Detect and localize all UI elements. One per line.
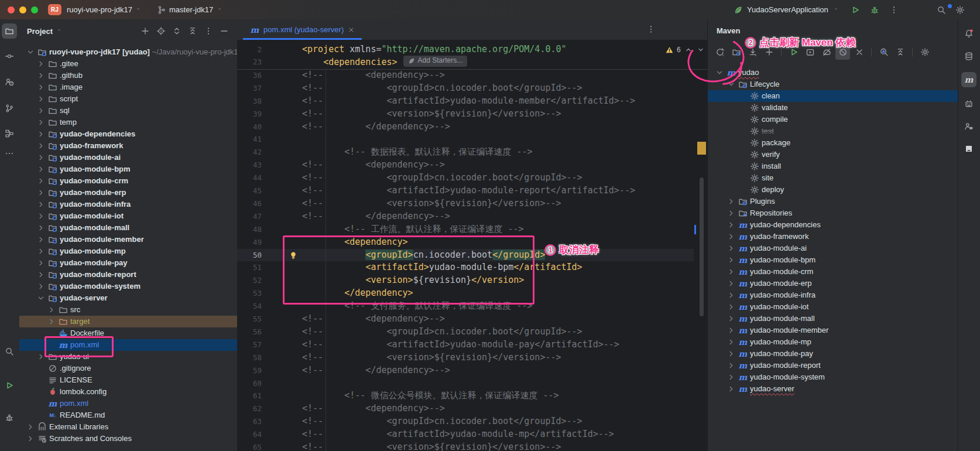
chevron-right-icon[interactable] xyxy=(727,244,736,253)
maven-tree-item-yudao-dependencies[interactable]: myudao-dependencies xyxy=(708,219,958,231)
chevron-right-icon[interactable] xyxy=(36,153,46,162)
chevron-right-icon[interactable] xyxy=(36,94,46,104)
expand-all-icon[interactable] xyxy=(172,26,181,36)
refresh-icon[interactable] xyxy=(712,45,727,60)
tool-strip-git-log[interactable] xyxy=(2,101,17,116)
project-tree-item-yudao-framework[interactable]: yudao-framework xyxy=(19,140,237,152)
project-tree-item-yudao-module-system[interactable]: yudao-module-system xyxy=(19,281,237,292)
code-line-47[interactable]: 47<!-- </dependency>--> xyxy=(237,210,694,223)
project-tree-item-yudao-module-crm[interactable]: yudao-module-crm xyxy=(19,175,237,187)
settings-gear-icon[interactable] xyxy=(955,5,965,15)
close-tab-icon[interactable] xyxy=(348,25,355,35)
code-line-55[interactable]: 55<!-- <dependency>--> xyxy=(237,313,694,326)
reload-all-icon[interactable] xyxy=(729,45,743,60)
project-tree-item-src[interactable]: src xyxy=(19,304,237,316)
code-line-65[interactable]: 65<!-- <version>${revision}</version>--> xyxy=(237,441,694,451)
chevron-right-icon[interactable] xyxy=(36,83,46,92)
chevron-right-icon[interactable] xyxy=(727,232,736,241)
chevron-right-icon[interactable] xyxy=(727,220,736,230)
analyze-dependencies-icon[interactable] xyxy=(876,45,891,60)
maven-tree-item-plugins[interactable]: Plugins xyxy=(708,196,958,207)
project-tree-item-yudao-module-pay[interactable]: yudao-module-pay xyxy=(19,257,237,269)
maven-tree-item-yudao-module-erp[interactable]: myudao-module-erp xyxy=(708,278,958,289)
chevron-down-icon[interactable] xyxy=(26,47,35,57)
chevron-right-icon[interactable] xyxy=(36,118,46,127)
maven-tree-item-install[interactable]: install xyxy=(708,160,958,172)
code-line-42[interactable]: 42 <!-- 数据报表。默认注释，保证编译速度 --> xyxy=(237,146,694,159)
code-line-39[interactable]: 39<!-- <version>${revision}</version>--> xyxy=(237,108,694,121)
code-line-44[interactable]: 44<!-- <groupId>cn.iocoder.boot</groupId… xyxy=(237,172,694,184)
code-line-40[interactable]: 40<!-- </dependency>--> xyxy=(237,121,694,134)
next-warning-icon[interactable] xyxy=(696,45,705,54)
chevron-right-icon[interactable] xyxy=(36,247,46,256)
chevron-right-icon[interactable] xyxy=(727,326,736,335)
code-line-61[interactable]: 61 <!-- 微信公众号模块。默认注释，保证编译速度 --> xyxy=(237,390,694,403)
project-panel-title[interactable]: Project xyxy=(27,27,53,36)
project-tree-item-yudao-module-bpm[interactable]: yudao-module-bpm xyxy=(19,163,237,175)
maven-tree-item-yudao-module-report[interactable]: myudao-module-report xyxy=(708,360,958,371)
project-tree-item-external-libraries[interactable]: External Libraries xyxy=(19,421,237,433)
maven-tree-item-yudao-module-pay[interactable]: myudao-module-pay xyxy=(708,348,958,360)
maven-tree-item-yudao-module-ai[interactable]: myudao-module-ai xyxy=(708,242,958,254)
project-selector[interactable]: ruoyi-vue-pro-jdk17 xyxy=(67,5,144,15)
maven-tree-item-yudao-module-bpm[interactable]: myudao-module-bpm xyxy=(708,254,958,266)
project-tree-item-temp[interactable]: temp xyxy=(19,117,237,128)
more-actions-icon[interactable] xyxy=(889,5,899,15)
chevron-down-icon[interactable] xyxy=(715,68,724,77)
maven-tree-item-test[interactable]: test xyxy=(708,125,958,137)
chevron-right-icon[interactable] xyxy=(36,211,46,221)
project-tree-item-yudao-dependencies[interactable]: yudao-dependencies xyxy=(19,128,237,140)
chevron-right-icon[interactable] xyxy=(36,282,46,291)
settings-icon[interactable] xyxy=(917,45,932,60)
maven-tree-item-yudao-framework[interactable]: myudao-framework xyxy=(708,231,958,242)
tool-strip-code-with-me[interactable] xyxy=(961,119,976,134)
maven-tree-item-repositories[interactable]: Repositories xyxy=(708,207,958,219)
project-tree-item-pom.xml[interactable]: mpom.xml xyxy=(19,398,237,409)
maven-tree-item-yudao-module-infra[interactable]: myudao-module-infra xyxy=(708,289,958,301)
debug-button[interactable] xyxy=(870,5,879,15)
maven-tree-item-site[interactable]: site xyxy=(708,172,958,184)
project-tree-item-yudao-server[interactable]: yudao-server xyxy=(19,292,237,304)
branch-selector[interactable]: master-jdk17 xyxy=(157,5,225,15)
project-tree-item-yudao-module-iot[interactable]: yudao-module-iot xyxy=(19,210,237,222)
maven-tree-item-deploy[interactable]: deploy xyxy=(708,184,958,196)
code-line-54[interactable]: 54 <!-- 支付服务。默认注释，保证编译速度 --> xyxy=(237,300,694,313)
project-tree-item-yudao-module-infra[interactable]: yudao-module-infra xyxy=(19,199,237,210)
code-line-50[interactable]: 50 <groupId>cn.iocoder.boot</groupId> xyxy=(237,249,694,262)
project-tree-item-.gitee[interactable]: .gitee xyxy=(19,58,237,70)
maven-tree-item-verify[interactable]: verify xyxy=(708,149,958,160)
editor-area[interactable]: m pom.xml (yudao-server) 2<project xmlns… xyxy=(237,19,707,451)
code-line-23[interactable]: 23 <dependencies>Add Starters... xyxy=(237,56,694,69)
project-tree-item-ruoyi-vue-pro-jdk17-yudao-[interactable]: ruoyi-vue-pro-jdk17 [yudao] ~/Java/ruoyi… xyxy=(19,46,237,58)
chevron-right-icon[interactable] xyxy=(727,255,736,265)
tool-strip-notifications[interactable] xyxy=(961,26,976,41)
chevron-down-icon[interactable] xyxy=(727,80,736,89)
chevron-right-icon[interactable] xyxy=(36,59,46,69)
code-line-59[interactable]: 59<!-- </dependency>--> xyxy=(237,364,694,377)
chevron-right-icon[interactable] xyxy=(47,317,56,326)
code-line-51[interactable]: 51 <artifactId>yudao-module-bpm</artifac… xyxy=(237,262,694,275)
chevron-right-icon[interactable] xyxy=(36,165,46,174)
chevron-right-icon[interactable] xyxy=(727,361,736,370)
maven-tree-item-yudao-module-member[interactable]: myudao-module-member xyxy=(708,324,958,336)
project-tree-item-yudao-module-report[interactable]: yudao-module-report xyxy=(19,269,237,281)
project-tree-item-.github[interactable]: .github xyxy=(19,70,237,81)
code-line-41[interactable]: 41 xyxy=(237,134,694,146)
collapse-all-icon[interactable] xyxy=(893,45,907,60)
maven-tree-item-yudao-module-system[interactable]: myudao-module-system xyxy=(708,371,958,383)
chevron-right-icon[interactable] xyxy=(727,197,736,206)
project-tree-item-license[interactable]: LICENSE xyxy=(19,374,237,386)
code-line-2[interactable]: 2<project xmlns="http://maven.apache.org… xyxy=(237,43,694,56)
chevron-right-icon[interactable] xyxy=(727,373,736,382)
code-line-64[interactable]: 64<!-- <artifactId>yudao-module-mp</arti… xyxy=(237,428,694,441)
chevron-right-icon[interactable] xyxy=(36,270,46,279)
project-tree-item-yudao-module-erp[interactable]: yudao-module-erp xyxy=(19,187,237,199)
chevron-right-icon[interactable] xyxy=(727,314,736,323)
project-tree-item-lombok.config[interactable]: lombok.config xyxy=(19,386,237,398)
project-tree-item-.gitignore[interactable]: .gitignore xyxy=(19,363,237,374)
add-starters-chip[interactable]: Add Starters... xyxy=(403,56,468,67)
tool-strip-run[interactable] xyxy=(2,378,17,393)
code-line-43[interactable]: 43<!-- <dependency>--> xyxy=(237,159,694,172)
maven-tree-item-lifecycle[interactable]: Lifecycle xyxy=(708,78,958,90)
prev-warning-icon[interactable] xyxy=(684,45,693,54)
